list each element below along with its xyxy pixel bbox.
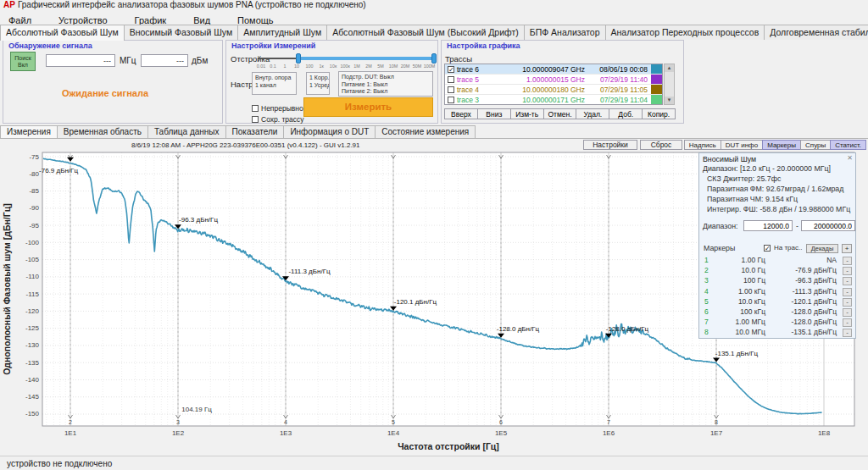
trace-list: ✓trace 610.000009047 GHz08/06/19 00:08tr… — [444, 64, 663, 105]
chart-mini-tab[interactable]: Надпись — [684, 140, 721, 150]
close-icon[interactable]: ✕ — [847, 154, 853, 162]
stat-line: Паразитная ЧМ: 9.154 кГц — [699, 194, 855, 204]
svg-text:8/6/19 12:08 AM - APPH20G 223-: 8/6/19 12:08 AM - APPH20G 223-039376E00-… — [131, 141, 360, 149]
main-tab[interactable]: Анализатор Переходных процессов — [605, 25, 765, 40]
trace-action-button[interactable]: Вверх — [444, 108, 478, 119]
trace-row[interactable]: trace 310.000000171 GHz07/29/19 11:04 — [445, 95, 662, 105]
marker-row: 41.00 кГц-111.3 дБн/Гц- — [699, 287, 855, 297]
app-window: APГрафический интерфейс анализатора фазо… — [0, 0, 868, 470]
on-trace-checkbox[interactable]: ✓ — [764, 245, 771, 252]
remove-marker-button[interactable]: - — [843, 298, 852, 307]
trace-action-button[interactable]: Изм-ть — [510, 108, 544, 119]
svg-text:104.19 Гц: 104.19 Гц — [181, 406, 212, 413]
remove-marker-button[interactable]: - — [843, 329, 852, 337]
trace-list-scrollbar[interactable]: ▲ ▼ — [664, 64, 675, 105]
svg-text:6: 6 — [499, 419, 503, 425]
view-tab[interactable]: Таблица данных — [147, 125, 226, 138]
main-tab[interactable]: Амплитудный Шум — [237, 25, 327, 40]
range-from-field[interactable] — [743, 220, 793, 231]
svg-text:1E1: 1E1 — [64, 429, 77, 437]
main-tab[interactable]: Вносимый Фазовый Шум — [124, 25, 238, 40]
power-field[interactable] — [141, 54, 188, 67]
info-box-line: 1 канал — [255, 82, 293, 90]
trace-row[interactable]: ✓trace 610.000009047 GHz08/06/19 00:08 — [445, 64, 662, 75]
measure-button[interactable]: Измерить — [303, 97, 433, 117]
trace-action-button[interactable]: Доб. — [609, 108, 643, 119]
trace-checkbox-box[interactable] — [448, 86, 454, 93]
frequency-field[interactable] — [46, 54, 115, 67]
offset-range-slider[interactable] — [258, 53, 433, 64]
chart-mini-tab[interactable]: DUT инфо — [721, 140, 763, 150]
trace-date: 07/29/19 11:05 — [590, 86, 651, 94]
trace-row[interactable]: trace 51.000000015 GHz07/29/19 11:40 — [445, 75, 662, 85]
trace-action-button[interactable]: Удал. — [576, 108, 609, 119]
remove-marker-button[interactable]: - — [843, 318, 852, 327]
trace-action-button[interactable]: Копир. — [642, 108, 676, 119]
signal-status-text: Ожидание сигнала — [3, 88, 207, 98]
trace-checkbox[interactable]: ✓ — [445, 65, 457, 74]
save-trace-checkbox[interactable] — [252, 116, 259, 123]
main-tab[interactable]: Абсолютный Фазовый Шум — [0, 25, 125, 41]
chart-settings-button[interactable]: Настройки — [583, 140, 637, 150]
trace-checkbox[interactable] — [445, 75, 457, 84]
slider-tick-label: 10 — [292, 64, 303, 68]
view-tab[interactable]: Временная область — [57, 125, 148, 138]
trace-checkbox-box[interactable] — [448, 76, 454, 83]
on-trace-label: На трас.. — [774, 244, 802, 252]
marker-number: 8 — [704, 328, 709, 336]
trace-checkbox-box[interactable]: ✓ — [448, 66, 454, 73]
save-trace-checkbox-row[interactable]: Сохр. трассу — [252, 111, 304, 126]
marker-row: 510.0 кГц-120.1 дБн/Гц- — [699, 297, 855, 307]
svg-text:-125: -125 — [25, 324, 40, 332]
view-tab[interactable]: Показатели — [225, 125, 285, 138]
signal-detection-group: Обнаружение сигнала ПоискВкл МГц дБм Ожи… — [3, 40, 223, 124]
trace-checkbox-box[interactable] — [448, 97, 454, 103]
trace-row[interactable]: trace 410.000000180 GHz07/29/19 11:05 — [445, 85, 662, 95]
decades-button[interactable]: Декады — [806, 244, 838, 253]
trace-checkbox[interactable] — [445, 96, 457, 104]
chart-mini-tab[interactable]: Статист. — [830, 140, 866, 150]
search-toggle-label: Вкл — [11, 62, 35, 69]
trace-name: trace 6 — [457, 65, 501, 74]
trace-action-button[interactable]: Вниз — [477, 108, 511, 119]
view-tab[interactable]: Информация о DUT — [283, 125, 376, 138]
view-tab[interactable]: Измерения — [0, 125, 58, 138]
trace-action-button[interactable]: Отмен. — [543, 108, 577, 119]
add-marker-button[interactable]: + — [842, 244, 852, 253]
remove-marker-button[interactable]: - — [843, 257, 852, 265]
remove-marker-button[interactable]: - — [843, 277, 852, 285]
svg-text:-95: -95 — [29, 222, 39, 229]
save-trace-label: Сохр. трассу — [261, 115, 304, 124]
reference-info-box[interactable]: Внутр. опора1 канал — [252, 72, 297, 95]
search-toggle-button[interactable]: ПоискВкл — [10, 52, 36, 71]
chart-mini-tab[interactable]: Спуры — [800, 140, 831, 150]
trace-frequency: 10.000009047 GHz — [501, 65, 590, 74]
marker-row: 810.0 МГц-135.1 дБн/Гц- — [699, 328, 855, 338]
marker-row: 6100 кГц-128.0 дБн/Гц- — [699, 307, 855, 318]
scroll-down-icon[interactable]: ▼ — [665, 97, 674, 104]
remove-marker-button[interactable]: - — [843, 288, 852, 296]
slider-selected-range[interactable] — [298, 57, 434, 60]
remove-marker-button[interactable]: - — [843, 267, 852, 275]
range-to-field[interactable] — [801, 220, 855, 231]
scroll-up-icon[interactable]: ▲ — [665, 64, 674, 72]
slider-handle-high[interactable] — [431, 53, 437, 64]
trace-buttons-row: ВверхВнизИзм-тьОтмен.Удал.Доб.Копир. — [444, 108, 675, 119]
main-tab[interactable]: БПФ Анализатор — [524, 25, 606, 40]
main-tab[interactable]: Долговременная стабильность — [764, 25, 868, 40]
remove-marker-button[interactable]: - — [843, 308, 852, 317]
main-tab[interactable]: Абсолютный Фазовый Шум (Высокий Дрифт) — [326, 25, 525, 40]
svg-text:2: 2 — [69, 419, 72, 425]
trace-checkbox[interactable] — [445, 86, 457, 94]
chart-reset-button[interactable]: Сброс — [640, 140, 682, 150]
trace-frequency: 10.000000171 GHz — [501, 96, 590, 104]
marker-number: 4 — [704, 287, 709, 296]
slider-handle-low[interactable] — [296, 53, 301, 64]
chart-mini-tab[interactable]: Маркеры — [762, 140, 801, 150]
correction-info-box[interactable]: 1 Корр.1 Усред. — [306, 72, 330, 95]
dut-power-info-box[interactable]: Подстр. DUT: ВыклПитание 1: ВыклПитание … — [338, 71, 433, 97]
view-tab[interactable]: Состояние измерения — [375, 125, 476, 138]
marker-value: -135.1 дБн/Гц — [767, 328, 837, 336]
marker-frequency: 1.00 Гц — [715, 256, 765, 264]
svg-text:1E6: 1E6 — [603, 429, 615, 437]
